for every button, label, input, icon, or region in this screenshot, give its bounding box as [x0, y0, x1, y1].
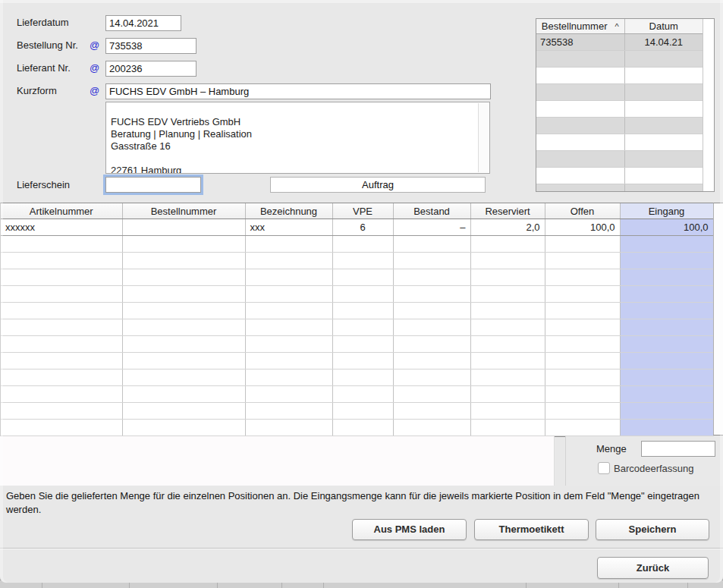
table-cell[interactable] — [332, 353, 393, 369]
table-cell[interactable] — [1, 386, 122, 403]
table-row[interactable] — [1, 319, 713, 336]
address-scrollbar[interactable] — [478, 103, 489, 172]
table-cell[interactable] — [393, 336, 470, 353]
table-cell[interactable]: 2,0 — [470, 219, 545, 236]
table-cell[interactable] — [620, 353, 713, 369]
table-cell[interactable] — [545, 303, 620, 319]
table-row[interactable]: xxxxxxxxx6–2,0100,0100,0 — [1, 219, 713, 236]
table-cell[interactable] — [393, 303, 470, 319]
table-row[interactable] — [1, 269, 713, 286]
table-row[interactable] — [1, 386, 713, 403]
table-cell[interactable] — [1, 369, 122, 386]
menge-input[interactable] — [641, 441, 715, 457]
table-cell[interactable] — [545, 336, 620, 353]
table-cell[interactable] — [122, 369, 245, 386]
table-row[interactable] — [1, 420, 713, 436]
table-cell[interactable]: 100,0 — [620, 219, 713, 236]
table-cell[interactable] — [624, 118, 703, 134]
table-cell[interactable] — [245, 420, 332, 436]
table-cell[interactable] — [245, 303, 332, 319]
table-row[interactable] — [1, 286, 713, 303]
table-cell[interactable] — [470, 353, 545, 369]
table-cell[interactable] — [393, 386, 470, 403]
table-cell[interactable] — [545, 269, 620, 286]
table-cell[interactable] — [393, 236, 470, 253]
table-cell[interactable] — [1, 336, 122, 353]
table-cell[interactable] — [332, 420, 393, 436]
table-cell[interactable] — [122, 236, 245, 253]
table-cell[interactable] — [470, 420, 545, 436]
table-cell[interactable] — [1, 420, 122, 436]
table-row[interactable] — [1, 236, 713, 253]
table-row[interactable]: 73553814.04.21 — [536, 34, 703, 51]
table-cell[interactable] — [122, 269, 245, 286]
table-cell[interactable] — [332, 319, 393, 336]
table-cell[interactable] — [1, 236, 122, 253]
table-cell[interactable] — [332, 303, 393, 319]
table-cell[interactable] — [536, 134, 624, 151]
table-row[interactable] — [1, 336, 713, 353]
table-cell[interactable] — [122, 303, 245, 319]
table-cell[interactable] — [245, 336, 332, 353]
table-cell[interactable] — [332, 403, 393, 420]
table-row[interactable] — [536, 184, 703, 193]
table-cell[interactable] — [1, 403, 122, 420]
table-cell[interactable] — [620, 403, 713, 420]
table-cell[interactable] — [245, 269, 332, 286]
table-cell[interactable] — [545, 420, 620, 436]
table-cell[interactable] — [620, 386, 713, 403]
table-cell[interactable] — [470, 386, 545, 403]
table-cell[interactable] — [620, 236, 713, 253]
table-cell[interactable] — [536, 151, 624, 168]
table-cell[interactable] — [620, 319, 713, 336]
table-cell[interactable] — [1, 303, 122, 319]
table-cell[interactable] — [545, 369, 620, 386]
table-cell[interactable] — [545, 236, 620, 253]
lieferant-nr-input[interactable] — [105, 61, 196, 77]
table-cell[interactable] — [545, 386, 620, 403]
table-cell[interactable] — [470, 236, 545, 253]
table-cell[interactable] — [1, 319, 122, 336]
table-cell[interactable] — [620, 286, 713, 303]
barcodeerfassung-checkbox[interactable] — [598, 462, 610, 474]
table-row[interactable] — [536, 118, 703, 134]
table-cell[interactable] — [332, 369, 393, 386]
table-cell[interactable] — [1, 269, 122, 286]
table-cell[interactable] — [545, 403, 620, 420]
table-cell[interactable] — [536, 68, 624, 84]
table-row[interactable] — [1, 303, 713, 319]
positions-table-scrollbar[interactable] — [713, 203, 723, 435]
thermoetikett-button[interactable]: Thermoetikett — [474, 519, 589, 540]
table-cell[interactable] — [122, 319, 245, 336]
table-cell[interactable] — [332, 386, 393, 403]
table-cell[interactable] — [470, 336, 545, 353]
lieferdatum-input[interactable] — [105, 15, 181, 31]
table-cell[interactable] — [393, 253, 470, 269]
table-cell[interactable] — [245, 386, 332, 403]
table-cell[interactable] — [545, 319, 620, 336]
orders-table-scrollbar[interactable] — [703, 19, 714, 191]
column-header[interactable]: Datum — [624, 19, 703, 34]
table-cell[interactable] — [624, 68, 703, 84]
table-cell[interactable] — [536, 184, 624, 193]
table-cell[interactable] — [245, 319, 332, 336]
table-row[interactable] — [1, 353, 713, 369]
table-cell[interactable] — [624, 134, 703, 151]
table-cell[interactable] — [620, 336, 713, 353]
table-cell[interactable] — [620, 303, 713, 319]
table-cell[interactable] — [624, 184, 703, 193]
table-cell[interactable] — [470, 403, 545, 420]
lieferschein-input[interactable] — [105, 177, 201, 193]
zurueck-button[interactable]: Zurück — [597, 557, 709, 579]
table-cell[interactable] — [536, 101, 624, 118]
kurzform-lookup-icon[interactable]: @ — [90, 85, 99, 96]
table-cell[interactable] — [332, 236, 393, 253]
table-cell[interactable] — [122, 386, 245, 403]
table-cell[interactable] — [470, 319, 545, 336]
table-cell[interactable] — [122, 253, 245, 269]
table-cell[interactable] — [122, 403, 245, 420]
table-cell[interactable] — [245, 253, 332, 269]
table-cell[interactable] — [122, 219, 245, 236]
table-cell[interactable] — [536, 84, 624, 101]
table-cell[interactable] — [620, 253, 713, 269]
